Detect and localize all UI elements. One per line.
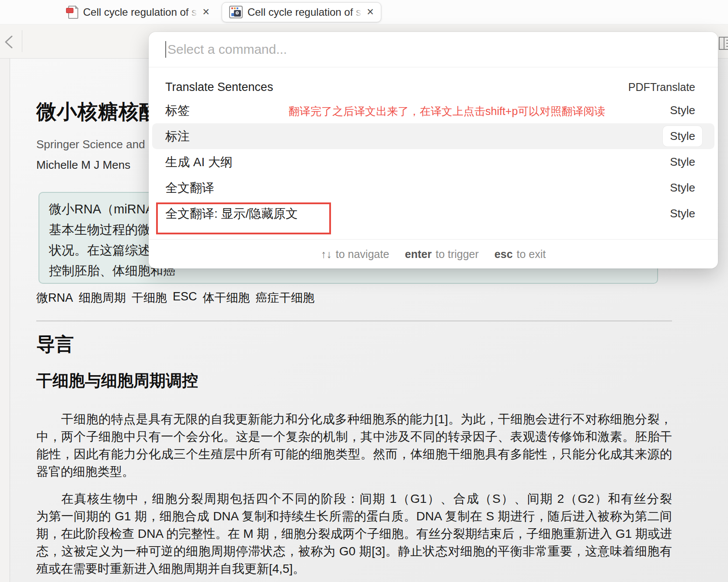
command-group-header: Translate Sentences PDFTranslate <box>149 67 718 98</box>
command-item-full-translation[interactable]: 全文翻译 Style <box>152 175 714 201</box>
sidebar-toggle-icon[interactable] <box>719 37 728 50</box>
keyword: 癌症干细胞 <box>256 290 315 306</box>
paragraph-line: 态，这被定义为一种可逆的细胞周期停滞状态，被称为 G0 期[3]。静止状态对细胞… <box>36 543 672 560</box>
tab-web-document[interactable]: Cell cycle regulation of s × <box>222 2 381 22</box>
style-button[interactable]: Style <box>670 155 695 169</box>
style-button[interactable]: Style <box>670 181 695 195</box>
paragraph-line: 殖或在需要时重新进入细胞周期并自我更新[4,5]。 <box>36 560 672 578</box>
paragraph-line: 中，两个子细胞中只有一个会分化。这是一个复杂的机制，其中涉及不同的转录因子、表观… <box>36 428 672 446</box>
paragraph-line: 在真核生物中，细胞分裂周期包括四个不同的阶段：间期 1（G1）、合成（S）、间期… <box>36 490 672 508</box>
enter-key-label: enter <box>405 248 432 261</box>
paragraph: 在真核生物中，细胞分裂周期包括四个不同的阶段：间期 1（G1）、合成（S）、间期… <box>36 490 672 578</box>
group-source-label: PDFTranslate <box>628 81 695 94</box>
text-cursor <box>165 41 166 58</box>
pdf-file-icon <box>68 6 78 19</box>
footer-hint-navigate: ↑↓ to navigate <box>321 248 389 261</box>
command-item-toggle-original[interactable]: 全文翻译: 显示/隐藏原文 Style <box>152 201 714 227</box>
esc-key-label: esc <box>495 248 513 261</box>
command-item-ai-outline[interactable]: 生成 AI 大纲 Style <box>152 149 714 175</box>
chevron-left-icon <box>3 35 14 49</box>
left-rail <box>0 59 10 582</box>
keyword: 干细胞 <box>132 290 167 306</box>
keyword: 微RNA <box>36 290 73 306</box>
annotation-note: 翻译完了之后译文出来了，在译文上点击shift+p可以对照翻译阅读 <box>289 104 605 118</box>
tab-bar: Cell cycle regulation of s × Cell cycle … <box>0 0 728 24</box>
command-item-label: 标注 <box>165 128 190 145</box>
tab-title: Cell cycle regulation of s <box>247 6 361 18</box>
footer-hint-exit: esc to exit <box>495 248 546 261</box>
paragraph: 干细胞的特点是具有无限的自我更新能力和分化成多种细胞系的能力[1]。为此，干细胞… <box>36 411 672 481</box>
section-divider <box>36 321 672 321</box>
paragraph-line: 干细胞的特点是具有无限的自我更新能力和分化成多种细胞系的能力[1]。为此，干细胞… <box>36 411 672 428</box>
keywords-line: 微RNA 细胞周期 干细胞 ESC 体干细胞 癌症干细胞 <box>36 290 672 306</box>
web-page-icon <box>229 6 243 18</box>
paragraph-line: 为第一间期的 G1 期，细胞合成 DNA 复制和持续生长所需的蛋白质。DNA 复… <box>36 508 672 525</box>
command-item-annotate[interactable]: 标注 Style <box>152 123 714 149</box>
close-tab-icon[interactable]: × <box>202 6 209 18</box>
close-tab-icon[interactable]: × <box>367 6 374 18</box>
toolbar-divider <box>22 30 22 52</box>
command-item-label: 全文翻译 <box>165 180 214 196</box>
keyword: ESC <box>173 290 197 306</box>
command-palette: Select a command... Translate Sentences … <box>149 32 718 268</box>
subsection-heading: 干细胞与细胞周期调控 <box>36 371 672 390</box>
command-item-label: 生成 AI 大纲 <box>165 154 233 171</box>
keyword: 细胞周期 <box>79 290 126 306</box>
group-label: Translate Sentences <box>165 80 273 94</box>
style-button[interactable]: Style <box>670 104 695 117</box>
tab-title: Cell cycle regulation of s <box>83 6 197 18</box>
style-button[interactable]: Style <box>670 207 695 220</box>
keyword: 体干细胞 <box>203 290 250 306</box>
paragraph-line: 能性，因此有能力分化成三个生殖层中所有可能的细胞类型。然而，体细胞干细胞具有多能… <box>36 446 672 463</box>
command-item-label: 全文翻译: 显示/隐藏原文 <box>165 206 298 222</box>
paragraph-line: 期，在此阶段检查 DNA 的完整性。在 M 期，细胞分裂成两个子细胞。有丝分裂期… <box>36 525 672 543</box>
section-heading: 导言 <box>36 333 672 355</box>
style-button[interactable]: Style <box>663 126 702 146</box>
command-input-placeholder: Select a command... <box>167 42 287 57</box>
command-item-label: 标签 <box>165 102 190 119</box>
arrow-keys-icon: ↑↓ <box>321 248 332 261</box>
palette-footer: ↑↓ to navigate enter to trigger esc to e… <box>149 239 718 268</box>
paragraph-line: 器官的细胞类型。 <box>36 463 672 481</box>
back-button[interactable] <box>3 34 15 50</box>
command-input[interactable]: Select a command... <box>149 32 718 67</box>
footer-hint-trigger: enter to trigger <box>405 248 479 261</box>
tab-pdf-document[interactable]: Cell cycle regulation of s × <box>61 2 216 22</box>
